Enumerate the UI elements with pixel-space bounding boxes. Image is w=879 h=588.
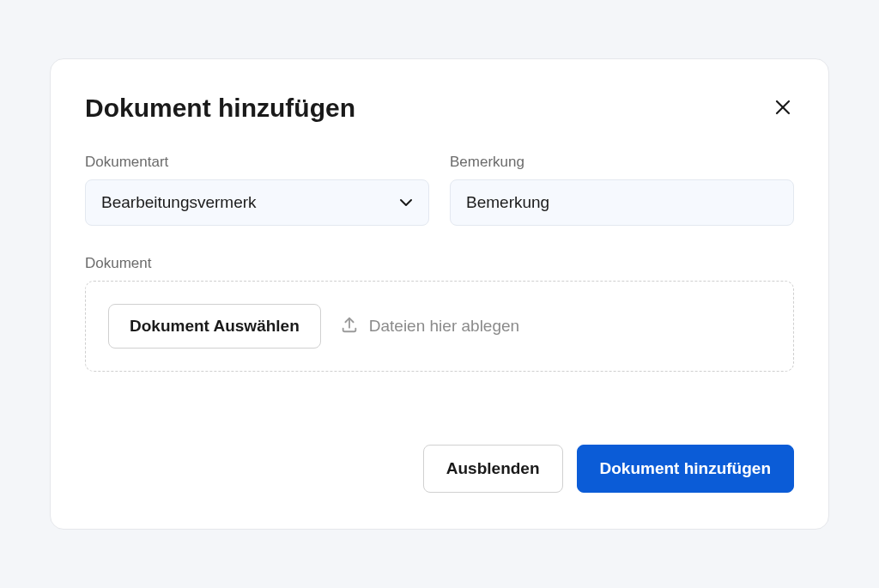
chevron-down-icon — [399, 196, 413, 209]
submit-button[interactable]: Dokument hinzufügen — [577, 445, 794, 493]
remark-group: Bemerkung — [450, 154, 794, 226]
modal-title: Dokument hinzufügen — [85, 94, 355, 123]
document-type-select-wrapper: Bearbeitungsvermerk — [85, 179, 429, 226]
document-type-label: Dokumentart — [85, 154, 429, 171]
choose-document-button[interactable]: Dokument Auswählen — [108, 304, 321, 349]
modal-header: Dokument hinzufügen — [85, 94, 794, 123]
upload-hint-text: Dateien hier ablegen — [369, 317, 519, 336]
document-label: Dokument — [85, 255, 794, 272]
upload-dropzone[interactable]: Dokument Auswählen Dateien hier ablegen — [85, 281, 794, 372]
document-type-group: Dokumentart Bearbeitungsvermerk — [85, 154, 429, 226]
add-document-modal: Dokument hinzufügen Dokumentart Bearbeit… — [50, 58, 829, 530]
remark-label: Bemerkung — [450, 154, 794, 171]
close-button[interactable] — [772, 94, 794, 122]
document-type-select[interactable]: Bearbeitungsvermerk — [85, 179, 429, 226]
remark-input[interactable] — [450, 179, 794, 226]
form-row: Dokumentart Bearbeitungsvermerk Bemerkun… — [85, 154, 794, 226]
upload-icon — [340, 315, 359, 338]
cancel-button[interactable]: Ausblenden — [423, 445, 563, 493]
document-upload-section: Dokument Dokument Auswählen Dateien hier… — [85, 255, 794, 372]
modal-footer: Ausblenden Dokument hinzufügen — [85, 445, 794, 493]
upload-hint: Dateien hier ablegen — [340, 315, 519, 338]
close-icon — [775, 100, 791, 115]
document-type-selected-value: Bearbeitungsvermerk — [101, 193, 257, 212]
